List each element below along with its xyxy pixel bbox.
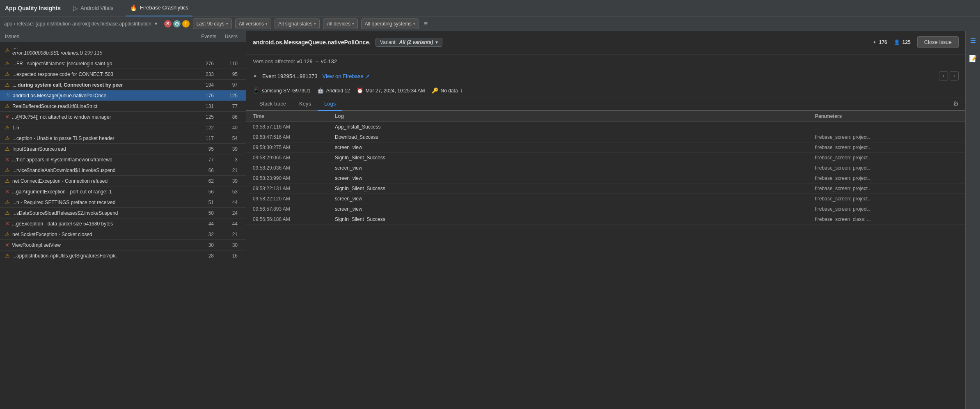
- list-item[interactable]: ⏱ android.os.MessageQueue.nativePollOnce…: [0, 90, 246, 101]
- error-icon: ✕: [5, 114, 9, 120]
- error-filter-dot[interactable]: ✕: [164, 20, 172, 28]
- tab-filter-button[interactable]: ⚙: [953, 100, 959, 108]
- list-item[interactable]: ✕ ...'her' appears in /system/framework/…: [0, 154, 246, 165]
- clock-icon: ⏱: [5, 92, 10, 99]
- list-item[interactable]: ⚠ ...rvice$handleAabDownload$1.invokeSus…: [0, 165, 246, 176]
- close-issue-button[interactable]: Close issue: [917, 36, 959, 48]
- log-event: SignIn_Silent_Success: [335, 216, 815, 222]
- device-name-item: 📱 samsung SM-G973U1: [253, 87, 311, 94]
- android-vitals-icon: ▷: [73, 5, 78, 12]
- list-item[interactable]: ⚠ net.ConnectException - Connection refu…: [0, 176, 246, 186]
- col-users-label: Users: [216, 34, 241, 39]
- issue-text: net.SocketException - Socket closed: [12, 232, 183, 237]
- issue-text: InputStreamSource.read: [12, 146, 183, 152]
- devices-filter[interactable]: All devices ▾: [323, 18, 357, 29]
- signal-states-filter[interactable]: All signal states ▾: [275, 18, 320, 29]
- sidebar-notes-icon[interactable]: 📝: [967, 53, 979, 64]
- warn-icon: ⚠: [5, 167, 10, 173]
- tab-logs[interactable]: Logs: [318, 97, 342, 111]
- table-row: 09:58:22:120 AM screen_view firebase_scr…: [246, 194, 965, 204]
- list-item[interactable]: ⚠ 1.5 122 40: [0, 122, 246, 133]
- list-item[interactable]: ✕ ...galArgumentException - port out of …: [0, 186, 246, 197]
- col-time-label: Time: [253, 113, 335, 119]
- warn-icon: ⚠: [5, 82, 10, 88]
- versions-filter[interactable]: All versions ▾: [235, 18, 271, 29]
- list-item[interactable]: ✕ ViewRootImpl.setView 30 30: [0, 240, 246, 250]
- more-filters-btn[interactable]: ≡: [424, 20, 428, 28]
- event-prev-button[interactable]: ‹: [939, 71, 948, 80]
- device-info-row: 📱 samsung SM-G973U1 🤖 Android 12 ⏰ Mar 2…: [246, 84, 965, 97]
- issue-events: 30: [185, 242, 214, 248]
- list-item[interactable]: ⚠ ...: error:10000008b:SSL routines:U 29…: [0, 42, 246, 58]
- log-time: 09:56:56:188 AM: [253, 216, 335, 222]
- table-row: 09:58:23:990 AM screen_view firebase_scr…: [246, 173, 965, 184]
- issue-users: 3: [216, 157, 241, 163]
- os-filter[interactable]: All operating systems ▾: [361, 18, 419, 29]
- signal-states-chevron: ▾: [314, 22, 316, 26]
- log-time: 09:58:23:990 AM: [253, 175, 335, 181]
- list-item[interactable]: ⚠ ... during system call, Connection res…: [0, 80, 246, 90]
- keys-label: Keys: [299, 101, 311, 107]
- issue-users: 44: [216, 221, 241, 227]
- warn-icon: ⚠: [5, 47, 10, 53]
- log-time: 09:58:29:036 AM: [253, 165, 335, 171]
- issue-text: 1.5: [12, 125, 183, 131]
- right-panel: android.os.MessageQueue.nativePollOnce. …: [246, 31, 965, 409]
- app-title: App Quality Insights: [5, 5, 61, 11]
- key-icon: 🔑: [432, 87, 438, 94]
- list-item[interactable]: ⚠ ...ception - Unable to parse TLS packe…: [0, 133, 246, 144]
- time-range-chevron: ▾: [226, 22, 228, 26]
- tab-firebase-crashlytics[interactable]: 🔥 Firebase Crashlytics: [126, 0, 192, 16]
- view-on-firebase-link[interactable]: View on Firebase ↗: [322, 73, 369, 79]
- issue-events: 122: [185, 125, 214, 131]
- breadcrumb-chevron[interactable]: ▾: [155, 21, 158, 27]
- list-item[interactable]: ⚠ net.SocketException - Socket closed 32…: [0, 229, 246, 240]
- tab-stack-trace[interactable]: Stack trace: [253, 97, 293, 111]
- issue-events: 44: [185, 221, 214, 227]
- list-item[interactable]: ⚠ ...expected response code for CONNECT:…: [0, 69, 246, 80]
- warn-icon: ⚠: [5, 135, 10, 141]
- issue-text: ...n - Required SETTINGS preface not rec…: [12, 200, 183, 205]
- detail-title-row: android.os.MessageQueue.nativePollOnce. …: [253, 36, 959, 48]
- list-item[interactable]: ⚠ RealBufferedSource.readUtf8LineStrict …: [0, 101, 246, 112]
- sidebar-details-icon[interactable]: ☰: [967, 34, 979, 46]
- tab-android-vitals[interactable]: ▷ Android Vitals: [69, 0, 117, 16]
- issue-text: ...galArgumentException - port out of ra…: [12, 189, 183, 195]
- list-item[interactable]: ⚠ InputStreamSource.read 95 39: [0, 144, 246, 154]
- list-item[interactable]: ⚠ ...FR subjectAltNames: [securelogin.sa…: [0, 58, 246, 69]
- col-params-label: Parameters: [815, 113, 959, 119]
- log-time: 09:58:22:131 AM: [253, 186, 335, 191]
- issue-users: 16: [216, 253, 241, 259]
- warn-icon: ⚠: [5, 146, 10, 152]
- issue-text: net.ConnectException - Connection refuse…: [12, 178, 183, 184]
- variant-selector[interactable]: Variant: All (2 variants) ▾: [376, 38, 442, 47]
- col-log-label: Log: [335, 113, 815, 119]
- event-navigation: ‹ ›: [939, 71, 959, 80]
- table-row: 09:58:22:131 AM SignIn_Silent_Success fi…: [246, 184, 965, 194]
- warn-filter-dot[interactable]: !: [182, 20, 190, 28]
- warn-icon: ⚠: [5, 178, 10, 184]
- issue-events: 77: [185, 157, 214, 163]
- error-icon: ✕: [5, 156, 9, 163]
- versions-chevron: ▾: [266, 22, 268, 26]
- log-params: firebase_screen_class: ...: [815, 216, 959, 222]
- event-next-button[interactable]: ›: [950, 71, 959, 80]
- android-version-item: 🤖 Android 12: [317, 87, 350, 94]
- issues-header: Issues Events Users: [0, 31, 246, 42]
- list-item[interactable]: ⚠ ...sDataSource$loadReleases$2.invokeSu…: [0, 208, 246, 218]
- list-item[interactable]: ⚠ ...appdistribution.ApkUtils.getSignatu…: [0, 250, 246, 261]
- clock-filter-dot[interactable]: ◷: [173, 20, 181, 28]
- time-range-filter[interactable]: Last 90 days ▾: [193, 18, 232, 29]
- tab-keys[interactable]: Keys: [293, 97, 318, 111]
- variant-chevron: ▾: [435, 39, 438, 45]
- variant-value: All (2 variants): [399, 39, 433, 45]
- table-row: 09:58:29:065 AM SignIn_Silent_Success fi…: [246, 153, 965, 163]
- list-item[interactable]: ✕ ...geException - data parcel size 5416…: [0, 218, 246, 229]
- list-item[interactable]: ✕ ...@f3c754[] not attached to window ma…: [0, 112, 246, 122]
- android-icon: 🤖: [317, 87, 324, 94]
- list-item[interactable]: ⚠ ...n - Required SETTINGS preface not r…: [0, 197, 246, 208]
- breadcrumb-bar: app › release: [app-distribution-android…: [0, 16, 980, 31]
- no-data-label: No data: [441, 88, 458, 94]
- log-params: firebase_screen: project...: [815, 196, 959, 202]
- issue-events: 95: [185, 146, 214, 152]
